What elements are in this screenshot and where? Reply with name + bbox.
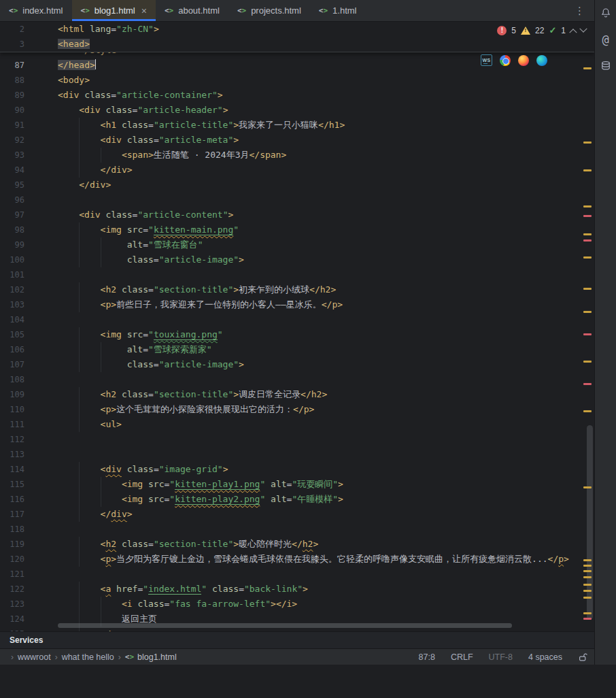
warning-stripe-mark[interactable] [583,584,592,586]
error-stripe-mark[interactable] [583,618,592,620]
code-line[interactable]: 98<img src="kitten-main.png" [0,222,594,237]
warning-stripe-mark[interactable] [583,570,592,572]
code-token: <div [58,90,84,100]
edge-icon[interactable] [536,55,547,66]
code-line[interactable]: 105<img src="touxiang.png" [0,327,594,342]
warning-stripe-mark[interactable] [583,597,592,599]
code-line[interactable]: 91<h1 class="article-title">我家来了一只小猫咪</h… [0,118,594,133]
code-line[interactable]: 123<i class="fas fa-arrow-left"></i> [0,597,594,612]
horizontal-scrollbar[interactable] [58,623,512,628]
code-line[interactable]: 119<h2 class="section-title">暖心陪伴时光</h2> [0,537,594,552]
warning-stripe-mark[interactable] [583,67,592,69]
warning-stripe-mark[interactable] [583,559,592,561]
warning-stripe-mark[interactable] [583,233,592,235]
breadcrumb-file[interactable]: <> blog1.html [125,652,177,662]
error-stripe-mark[interactable] [583,215,592,217]
code-token: <img [122,479,148,489]
line-number: 2 [0,22,24,37]
code-line[interactable]: 110<p>这个毛茸茸的小探险家很快展现出它的活力：</p> [0,402,594,417]
close-icon[interactable]: × [141,5,147,16]
code-line[interactable]: 102<h2 class="section-title">初来乍到的小绒球</h… [0,282,594,297]
line-separator[interactable]: CRLF [451,652,473,662]
code-line[interactable]: 107 class="article-image"> [0,357,594,372]
indent-guide [79,552,100,567]
lock-open-icon[interactable] [578,652,587,662]
tab-blog1.html[interactable]: <>blog1.html× [72,0,156,21]
tab-index.html[interactable]: <>index.html [0,0,72,21]
code-line[interactable]: 100 class="article-image"> [0,252,594,267]
code-line[interactable]: 121 [0,567,594,582]
code-line[interactable]: 94</div> [0,163,594,178]
line-number: 89 [0,88,24,103]
warning-stripe-mark[interactable] [583,256,592,259]
code-line[interactable]: 97<div class="article-content"> [0,207,594,222]
webstorm-preview-icon[interactable]: WS [481,54,492,66]
code-line[interactable]: 92<div class="article-meta"> [0,133,594,148]
tab-about.html[interactable]: <>about.html [156,0,228,21]
code-line[interactable]: 89<div class="article-container"> [0,88,594,103]
warning-stripe-mark[interactable] [583,612,592,614]
code-token: > [116,629,122,631]
code-line[interactable]: 104 [0,312,594,327]
chevron-down-icon[interactable] [579,24,587,32]
code-token: " [148,329,154,339]
warning-stripe-mark[interactable] [583,410,592,412]
code-line[interactable]: 113 [0,447,594,462]
notifications-bell-icon[interactable] [598,5,613,20]
more-options-icon[interactable]: ⋮ [565,5,594,17]
code-line[interactable]: 106 alt="雪球探索新家" [0,342,594,357]
code-line[interactable]: 90<div class="article-header"> [0,103,594,118]
caret-position[interactable]: 87:8 [419,652,435,662]
warning-stripe-mark[interactable] [583,311,592,313]
code-line[interactable]: 118 [0,522,594,537]
indent-style[interactable]: 4 spaces [528,652,562,662]
breadcrumb-wwwroot[interactable]: wwwroot [18,652,51,662]
code-token: div [105,464,121,474]
code-line[interactable]: 114<div class="image-grid"> [0,462,594,477]
warning-stripe-mark[interactable] [583,205,592,207]
error-stripe-mark[interactable] [583,333,592,335]
code-line[interactable]: 112 [0,432,594,447]
warning-stripe-mark[interactable] [583,576,592,578]
warning-stripe-mark[interactable] [583,142,592,144]
code-line[interactable]: 111<ul> [0,417,594,432]
warning-stripe-mark[interactable] [583,288,592,290]
database-icon[interactable] [598,59,613,73]
code-line[interactable]: 96 [0,193,594,207]
error-stripe-mark[interactable] [583,383,592,385]
tab-1.html[interactable]: <>1.html [310,0,366,21]
code-editor[interactable]: 2<html lang="zh-CN">3<head> </style> 87<… [0,22,594,631]
chrome-icon[interactable] [500,55,511,66]
code-token: kitten-play1.png [175,479,260,490]
code-line[interactable]: 88<body> [0,73,594,88]
ai-assistant-icon[interactable]: @ [598,32,613,47]
code-line[interactable]: 117</div> [0,507,594,522]
services-toolwindow-bar[interactable]: Services [0,631,594,648]
code-line[interactable]: 116<img src="kitten-play2.png" alt="午睡模样… [0,492,594,507]
code-line[interactable]: 122<a href="index.html" class="back-link… [0,582,594,597]
warning-stripe-mark[interactable] [583,169,592,171]
code-line[interactable]: 108 [0,372,594,387]
code-line[interactable]: 109<h2 class="section-title">调皮日常全记录</h2… [0,387,594,402]
warning-stripe-mark[interactable] [583,565,592,567]
code-line[interactable]: 3<head> [0,37,594,52]
code-line[interactable]: 120<p>当夕阳为客厅镀上金边，雪球会蜷成毛球依偎在我膝头。它轻柔的呼噜声像支… [0,552,594,567]
code-line[interactable]: 99 alt="雪球在窗台" [0,237,594,252]
warning-stripe-mark[interactable] [583,590,592,592]
tab-projects.html[interactable]: <>projects.html [228,0,310,21]
code-token: <img [101,329,127,339]
code-line[interactable]: 115<img src="kitten-play1.png" alt="玩耍瞬间… [0,477,594,492]
error-stripe-mark[interactable] [583,239,592,242]
chevron-up-icon[interactable] [569,29,577,36]
firefox-icon[interactable] [518,55,529,66]
inspections-widget[interactable]: ! 5 22 ✓ 1 [497,25,586,35]
breadcrumb-project[interactable]: what the hello [62,652,114,662]
warning-stripe-mark[interactable] [583,361,592,363]
code-line[interactable]: 103<p>前些日子，我家迎来了一位特别的小客人——星冰乐。</p> [0,297,594,312]
code-line[interactable]: 101 [0,267,594,282]
indent-guide [58,597,79,612]
code-line[interactable]: 93<span>生活随笔 · 2024年3月</span> [0,148,594,163]
file-encoding[interactable]: UTF-8 [489,652,513,662]
code-line[interactable]: 95</div> [0,178,594,193]
warning-stripe-mark[interactable] [583,486,592,488]
